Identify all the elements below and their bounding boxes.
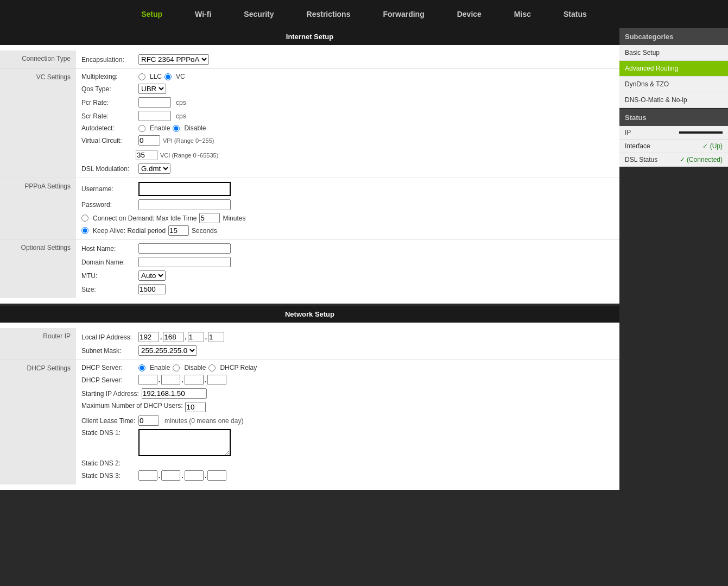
- local-ip-3[interactable]: [188, 332, 204, 342]
- multiplexing-vc-radio[interactable]: [164, 73, 172, 80]
- autodetect-disable-radio[interactable]: [173, 125, 180, 132]
- encapsulation-select[interactable]: RFC 2364 PPPoA: [138, 54, 209, 65]
- keep-alive-radio[interactable]: [81, 227, 88, 234]
- dhcp-settings-group: DHCP Settings DHCP Server: Enable Disabl…: [0, 360, 619, 484]
- main-navigation: Setup Wi-fi Security Restrictions Forwar…: [0, 0, 728, 28]
- subcategories-header: Subcategories: [619, 28, 728, 45]
- sidebar-item-dns-omatic[interactable]: DNS-O-Matic & No-ip: [619, 92, 728, 108]
- vpi-range-label: VPI (Range 0~255): [163, 137, 214, 144]
- pcr-rate-input[interactable]: [138, 97, 171, 108]
- mtu-select[interactable]: Auto: [138, 270, 166, 281]
- size-label: Size:: [81, 286, 136, 293]
- pppoa-settings-label: PPPoA Settings: [0, 178, 76, 239]
- vc-label: VC: [176, 73, 185, 80]
- keep-alive-label: Keep Alive: Redial period: [93, 227, 166, 235]
- status-ip-row: IP: [619, 126, 728, 140]
- router-ip-label: Router IP: [0, 328, 76, 360]
- sidebar-item-basic-setup[interactable]: Basic Setup: [619, 45, 728, 61]
- subnet-mask-label: Subnet Mask:: [81, 347, 136, 355]
- internet-setup-header: Internet Setup: [0, 28, 619, 45]
- dns3-ip-2[interactable]: [161, 470, 180, 481]
- vc-settings-content: Multiplexing: LLC VC Qos Type: UBR: [76, 69, 619, 178]
- dns3-ip-4[interactable]: [207, 470, 226, 481]
- nav-forwarding[interactable]: Forwarding: [377, 7, 429, 22]
- dns3-ip-1[interactable]: [138, 470, 157, 481]
- connection-type-content: Encapsulation: RFC 2364 PPPoA: [76, 51, 619, 68]
- redial-period-input[interactable]: [168, 225, 189, 236]
- nav-restrictions[interactable]: Restrictions: [301, 7, 356, 22]
- qos-select[interactable]: UBR: [138, 84, 166, 94]
- optional-settings-group: Optional Settings Host Name: Domain Name…: [0, 240, 619, 298]
- local-ip-group: . . .: [138, 332, 224, 342]
- starting-ip-input[interactable]: [142, 388, 207, 399]
- password-label: Password:: [81, 201, 136, 209]
- autodetect-label: Autodetect:: [81, 124, 136, 132]
- local-ip-2[interactable]: [163, 332, 183, 342]
- status-ip-value: [679, 131, 723, 134]
- host-name-input[interactable]: [138, 243, 231, 254]
- scr-rate-input[interactable]: [138, 111, 171, 121]
- internet-setup-form: Connection Type Encapsulation: RFC 2364 …: [0, 45, 619, 304]
- vpi-input[interactable]: [138, 135, 160, 146]
- multiplexing-llc-radio[interactable]: [138, 73, 145, 80]
- nav-device[interactable]: Device: [452, 7, 487, 22]
- nav-security[interactable]: Security: [238, 7, 279, 22]
- dsl-modulation-select[interactable]: G.dmt: [138, 163, 170, 174]
- subnet-mask-select[interactable]: 255.255.255.0: [138, 345, 197, 356]
- status-interface-row: Interface ✓ (Up): [619, 140, 728, 153]
- dhcp-relay-radio[interactable]: [208, 364, 216, 371]
- size-input[interactable]: [138, 284, 166, 294]
- local-ip-4[interactable]: [208, 332, 224, 342]
- dhcp-ip-1[interactable]: [138, 375, 157, 385]
- idle-time-input[interactable]: [199, 213, 220, 223]
- client-lease-label: Client Lease Time:: [81, 417, 136, 425]
- starting-ip-label: Starting IP Address:: [81, 390, 139, 398]
- host-name-label: Host Name:: [81, 245, 136, 253]
- nav-setup[interactable]: Setup: [136, 7, 168, 22]
- llc-label: LLC: [150, 73, 162, 80]
- dhcp-settings-label: DHCP Settings: [0, 360, 76, 484]
- client-lease-input[interactable]: [138, 415, 159, 426]
- username-input[interactable]: [138, 182, 231, 196]
- optional-settings-content: Host Name: Domain Name: MTU: Auto: [76, 240, 619, 298]
- dsl-modulation-label: DSL Modulation:: [81, 165, 136, 173]
- pppoa-settings-content: Username: Password: Connect on Demand: M…: [76, 178, 619, 239]
- optional-settings-label: Optional Settings: [0, 240, 76, 298]
- multiplexing-label: Multiplexing:: [81, 73, 136, 80]
- network-setup-form: Router IP Local IP Address: . . .: [0, 323, 619, 490]
- dhcp-server-label: DHCP Server:: [81, 364, 136, 371]
- static-dns2-label: Static DNS 2:: [81, 459, 136, 467]
- status-dsl-key: DSL Status: [625, 156, 657, 163]
- max-dhcp-input[interactable]: [185, 402, 206, 412]
- connect-demand-radio[interactable]: [81, 215, 88, 222]
- status-dsl-value: ✓ (Connected): [680, 156, 723, 163]
- dhcp-enable-radio[interactable]: [138, 364, 145, 371]
- qos-type-label: Qos Type:: [81, 85, 136, 93]
- sidebar-item-dyndns[interactable]: DynDns & TZO: [619, 77, 728, 92]
- autodetect-enable-radio[interactable]: [138, 125, 145, 132]
- sidebar-item-advanced-routing[interactable]: Advanced Routing: [619, 61, 728, 77]
- static-dns1-input[interactable]: [138, 429, 231, 456]
- dns3-ip-3[interactable]: [185, 470, 204, 481]
- password-input[interactable]: [138, 199, 231, 210]
- vci-input[interactable]: [136, 150, 157, 160]
- virtual-circuit-label: Virtual Circuit:: [81, 137, 136, 144]
- dhcp-ip-2[interactable]: [161, 375, 180, 385]
- local-ip-1[interactable]: [138, 332, 159, 342]
- network-setup-header: Network Setup: [0, 306, 619, 323]
- content-area: Internet Setup Connection Type Encapsula…: [0, 28, 619, 490]
- nav-misc[interactable]: Misc: [509, 7, 536, 22]
- dhcp-server2-label: DHCP Server:: [81, 376, 136, 384]
- mtu-label: MTU:: [81, 272, 136, 280]
- dhcp-ip-4[interactable]: [207, 375, 226, 385]
- dhcp-ip-3[interactable]: [185, 375, 204, 385]
- nav-wifi[interactable]: Wi-fi: [189, 7, 217, 22]
- connection-type-group: Connection Type Encapsulation: RFC 2364 …: [0, 51, 619, 69]
- domain-name-input[interactable]: [138, 257, 231, 267]
- pcr-cps-label: cps: [176, 99, 186, 106]
- nav-status[interactable]: Status: [558, 7, 592, 22]
- dhcp-settings-content: DHCP Server: Enable Disable DHCP Relay D…: [76, 360, 619, 484]
- dhcp-disable-radio[interactable]: [173, 364, 180, 371]
- status-header: Status: [619, 109, 728, 126]
- status-ip-key: IP: [625, 129, 631, 136]
